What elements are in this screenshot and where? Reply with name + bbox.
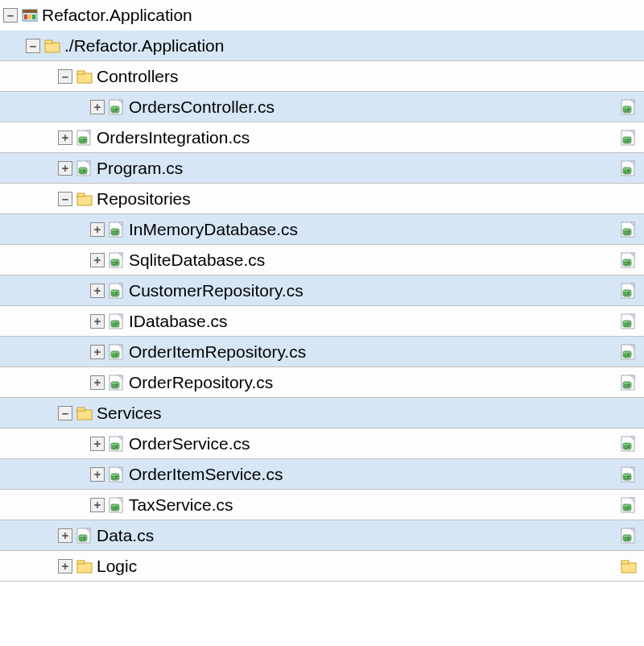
csharp-file-icon [108,251,126,269]
tree-label: Controllers [97,67,179,86]
tree: − Refactor.Application − ./Refactor.Appl… [0,0,644,582]
tree-row-sqlite-db[interactable]: + SqliteDatabase.cs [0,245,644,275]
tree-label: Data.cs [97,526,154,545]
tree-label: SqliteDatabase.cs [129,251,265,270]
expand-icon[interactable]: + [90,437,105,451]
tree-label: OrderItemRepository.cs [129,342,306,362]
tree-row-repositories[interactable]: − Repositories [0,184,644,214]
expand-icon[interactable]: + [90,284,105,298]
tree-row-tax-service[interactable]: + TaxService.cs [0,490,644,520]
tree-row-program[interactable]: + Program.cs [0,153,644,184]
expand-icon[interactable]: + [90,375,105,390]
folder-icon [76,68,93,85]
expand-icon[interactable]: + [90,498,105,512]
expand-icon[interactable]: + [90,345,105,359]
dependency-node-icon [620,251,638,269]
collapse-icon[interactable]: − [58,406,72,420]
tree-label: Refactor.Application [42,6,192,25]
collapse-icon[interactable]: − [26,39,40,53]
csharp-file-icon [76,527,93,545]
tree-row-logic[interactable]: + Logic [0,551,644,582]
csharp-file-icon [108,496,126,514]
tree-label: CustomerRepository.cs [129,281,303,300]
collapse-icon[interactable]: − [58,69,72,84]
expand-icon[interactable]: + [58,130,72,145]
expand-icon[interactable]: + [90,467,105,482]
csharp-file-icon [108,466,126,483]
expand-icon[interactable]: + [90,222,105,237]
tree-label: TaxService.cs [129,495,233,515]
csharp-file-icon [108,282,126,300]
folder-icon [43,37,61,55]
expand-icon[interactable]: + [90,314,105,329]
tree-label: Program.cs [97,159,183,178]
expand-icon[interactable]: + [90,100,105,114]
tree-label: OrdersController.cs [129,97,275,117]
collapse-icon[interactable]: − [58,192,72,206]
csharp-file-icon [76,159,93,177]
dependency-node-icon [620,313,638,330]
expand-icon[interactable]: + [90,253,105,267]
expand-icon[interactable]: + [58,559,72,574]
csharp-file-icon [108,374,126,391]
tree-row-root[interactable]: − Refactor.Application [0,0,644,31]
csharp-file-icon [108,343,126,361]
module-icon [21,6,39,24]
tree-label: OrdersIntegration.cs [97,128,250,147]
dependency-node-icon [620,221,638,238]
tree-row-orderitem-service[interactable]: + OrderItemService.cs [0,459,644,490]
expand-icon[interactable]: + [58,161,72,176]
tree-label: IDatabase.cs [129,312,228,331]
tree-row-folder-root[interactable]: − ./Refactor.Application [0,31,644,61]
tree-label: InMemoryDatabase.cs [129,220,298,239]
tree-row-idatabase[interactable]: + IDatabase.cs [0,306,644,337]
tree-row-orders-controller[interactable]: + OrdersController.cs [0,92,644,122]
expand-icon[interactable]: + [58,528,72,543]
dependency-node-icon [620,129,638,147]
tree-label: Services [97,404,162,423]
tree-row-customer-repo[interactable]: + CustomerRepository.cs [0,275,644,306]
tree-row-inmemory-db[interactable]: + InMemoryDatabase.cs [0,214,644,245]
folder-icon [76,557,93,575]
tree-label: OrderService.cs [129,434,250,453]
csharp-file-icon [108,98,126,116]
dependency-node-icon [620,98,638,116]
tree-label: OrderRepository.cs [129,373,273,392]
dependency-node-icon [620,435,638,453]
tree-label: Repositories [97,189,191,209]
dependency-node-icon [620,557,638,575]
tree-row-services[interactable]: − Services [0,398,644,429]
dependency-node-icon [620,527,638,545]
dependency-node-icon [620,343,638,361]
csharp-file-icon [76,129,93,147]
dependency-node-icon [620,282,638,300]
dependency-node-icon [620,159,638,177]
tree-row-data[interactable]: + Data.cs [0,520,644,551]
tree-row-controllers[interactable]: − Controllers [0,61,644,92]
collapse-icon[interactable]: − [3,8,18,23]
tree-row-orderitem-repo[interactable]: + OrderItemRepository.cs [0,337,644,367]
dependency-node-icon [620,496,638,514]
csharp-file-icon [108,435,126,453]
dependency-node-icon [620,374,638,391]
csharp-file-icon [108,221,126,238]
tree-label: ./Refactor.Application [64,36,224,56]
tree-label: OrderItemService.cs [129,465,283,484]
folder-icon [76,404,93,422]
folder-icon [76,190,93,208]
tree-row-orders-integration[interactable]: + OrdersIntegration.cs [0,122,644,153]
csharp-file-icon [108,313,126,330]
tree-row-order-repo[interactable]: + OrderRepository.cs [0,367,644,398]
tree-row-order-service[interactable]: + OrderService.cs [0,429,644,459]
tree-label: Logic [97,557,137,576]
dependency-node-icon [620,466,638,483]
